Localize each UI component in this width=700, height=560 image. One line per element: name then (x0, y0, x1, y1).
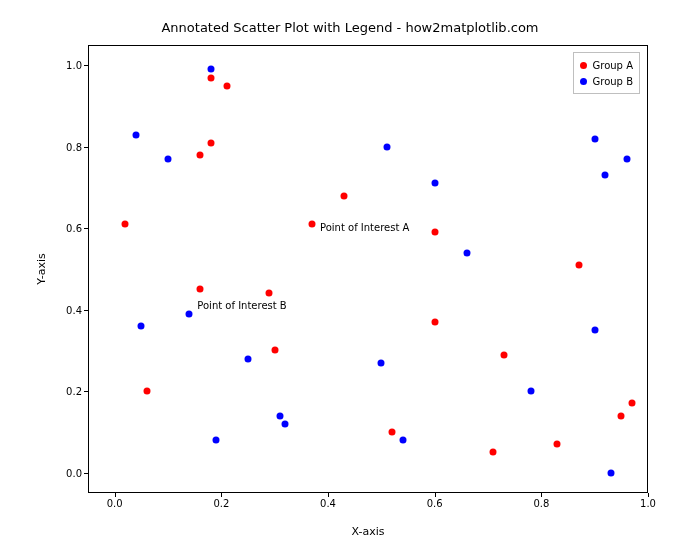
plot-area (88, 45, 648, 493)
scatter-point-group-b (138, 323, 145, 330)
scatter-point-group-a (266, 290, 273, 297)
scatter-point-group-a (629, 400, 636, 407)
scatter-point-group-b (165, 156, 172, 163)
scatter-point-group-a (223, 82, 230, 89)
scatter-point-group-b (463, 249, 470, 256)
y-axis-label: Y-axis (35, 45, 55, 493)
x-axis-label: X-axis (88, 525, 648, 538)
scatter-point-group-a (341, 192, 348, 199)
scatter-point-group-b (602, 172, 609, 179)
scatter-point-group-b (378, 359, 385, 366)
x-tick-label: 0.8 (533, 498, 549, 509)
scatter-point-group-a (309, 221, 316, 228)
scatter-point-group-a (197, 286, 204, 293)
x-tick-mark (541, 493, 542, 497)
scatter-point-group-b (186, 310, 193, 317)
scatter-point-group-b (399, 437, 406, 444)
scatter-point-group-b (431, 180, 438, 187)
y-tick-mark (84, 65, 88, 66)
scatter-point-group-b (207, 66, 214, 73)
legend-item-group-a: Group A (580, 57, 633, 73)
y-tick-mark (84, 310, 88, 311)
y-tick-label: 0.2 (60, 386, 82, 397)
legend-item-group-b: Group B (580, 73, 633, 89)
y-tick-mark (84, 147, 88, 148)
scatter-point-group-a (575, 261, 582, 268)
x-tick-label: 0.4 (320, 498, 336, 509)
scatter-point-group-a (389, 428, 396, 435)
scatter-point-group-a (197, 151, 204, 158)
x-tick-mark (115, 493, 116, 497)
x-tick-label: 0.0 (107, 498, 123, 509)
x-tick-mark (435, 493, 436, 497)
scatter-point-group-a (431, 229, 438, 236)
annotation: Point of Interest B (197, 300, 286, 311)
scatter-point-group-b (623, 156, 630, 163)
y-tick-label: 0.0 (60, 467, 82, 478)
scatter-point-group-b (213, 437, 220, 444)
x-tick-label: 0.6 (427, 498, 443, 509)
scatter-point-group-a (554, 441, 561, 448)
scatter-point-group-b (277, 412, 284, 419)
x-tick-mark (328, 493, 329, 497)
chart-title: Annotated Scatter Plot with Legend - how… (0, 20, 700, 35)
y-tick-label: 1.0 (60, 60, 82, 71)
y-tick-mark (84, 473, 88, 474)
legend-marker-icon (580, 62, 587, 69)
scatter-point-group-b (133, 131, 140, 138)
scatter-point-group-b (527, 388, 534, 395)
y-tick-mark (84, 391, 88, 392)
scatter-point-group-a (431, 318, 438, 325)
annotation: Point of Interest A (320, 222, 409, 233)
scatter-point-group-b (383, 143, 390, 150)
figure: Annotated Scatter Plot with Legend - how… (0, 0, 700, 560)
scatter-point-group-a (207, 74, 214, 81)
x-tick-mark (648, 493, 649, 497)
y-tick-label: 0.8 (60, 141, 82, 152)
legend-label: Group A (593, 60, 633, 71)
y-tick-label: 0.4 (60, 304, 82, 315)
scatter-point-group-b (591, 135, 598, 142)
x-tick-mark (221, 493, 222, 497)
x-tick-label: 0.2 (213, 498, 229, 509)
x-tick-label: 1.0 (640, 498, 656, 509)
scatter-point-group-a (271, 347, 278, 354)
legend-marker-icon (580, 78, 587, 85)
scatter-point-group-b (607, 469, 614, 476)
legend-label: Group B (593, 76, 633, 87)
scatter-point-group-a (143, 388, 150, 395)
legend: Group A Group B (573, 52, 640, 94)
scatter-point-group-a (618, 412, 625, 419)
y-tick-label: 0.6 (60, 223, 82, 234)
scatter-point-group-a (501, 351, 508, 358)
scatter-point-group-b (245, 355, 252, 362)
scatter-point-group-b (282, 420, 289, 427)
scatter-point-group-b (591, 327, 598, 334)
scatter-point-group-a (207, 139, 214, 146)
y-tick-mark (84, 228, 88, 229)
scatter-point-group-a (122, 221, 129, 228)
scatter-point-group-a (490, 449, 497, 456)
